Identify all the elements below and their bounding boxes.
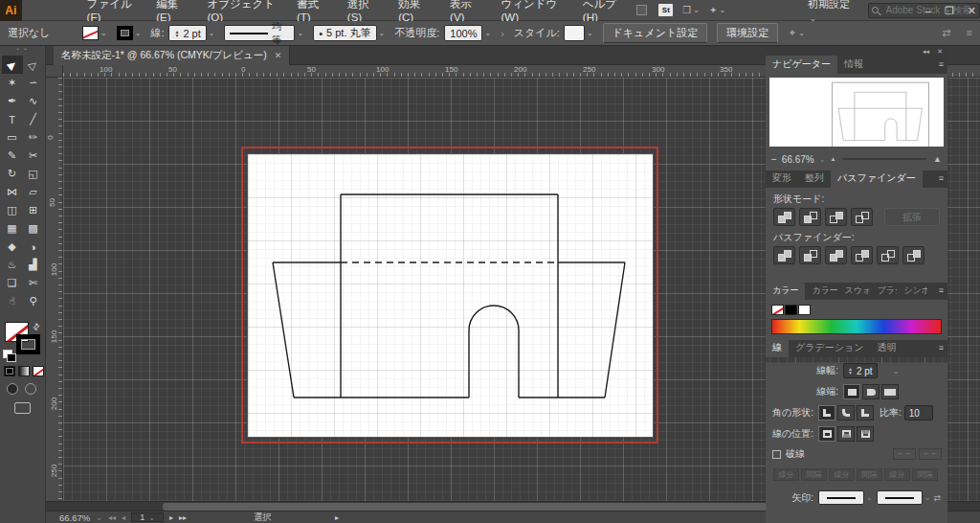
workspace-switcher[interactable]: 初期設定 ⌄ bbox=[808, 0, 854, 23]
stepper-icon[interactable]: ▲▼ bbox=[174, 30, 179, 37]
minimize-button[interactable]: – bbox=[925, 5, 931, 16]
round-cap-button[interactable] bbox=[862, 384, 880, 399]
arrowhead-end-dropdown[interactable] bbox=[877, 490, 923, 505]
chevron-down-icon[interactable]: ⌄ bbox=[798, 29, 805, 37]
minus-back-button[interactable] bbox=[902, 246, 924, 264]
type-tool[interactable]: T bbox=[2, 110, 23, 128]
document-tab[interactable]: 名称未設定-1* @ 66.67% (CMYK/プレビュー) ✕ bbox=[54, 46, 290, 65]
intersect-button[interactable] bbox=[825, 208, 847, 226]
exclude-button[interactable] bbox=[851, 208, 873, 226]
close-button[interactable]: ✕ bbox=[968, 5, 976, 17]
artwork-rectangle[interactable] bbox=[341, 194, 558, 398]
draw-behind-button[interactable] bbox=[25, 383, 36, 395]
navigator-zoom-value[interactable]: 66.67% bbox=[782, 154, 814, 165]
color-spectrum[interactable] bbox=[771, 319, 942, 334]
artwork-trapezoid-solid[interactable] bbox=[273, 262, 625, 398]
pen-tool[interactable]: ✒ bbox=[2, 92, 23, 110]
chevron-down-icon[interactable]: ⌄ bbox=[924, 493, 931, 502]
none-mode-chip[interactable] bbox=[33, 366, 44, 376]
menu-type[interactable]: 書式(T) bbox=[297, 0, 326, 23]
stroke-weight-field[interactable]: ▲▼ 2 pt bbox=[168, 25, 206, 41]
shape-builder-tool[interactable]: ◫ bbox=[2, 201, 23, 219]
column-graph-tool[interactable]: ▟ bbox=[23, 256, 44, 274]
unite-button[interactable] bbox=[773, 208, 795, 226]
butt-cap-button[interactable] bbox=[843, 384, 860, 399]
style-swatch[interactable] bbox=[564, 25, 585, 41]
slice-tool[interactable]: ✄ bbox=[23, 274, 44, 292]
bevel-join-button[interactable] bbox=[857, 405, 874, 421]
tab-transform[interactable]: 変形 bbox=[766, 170, 798, 188]
chevron-down-icon[interactable]: ⌄ bbox=[209, 29, 215, 37]
panel-menu-icon[interactable]: ≡ bbox=[939, 173, 944, 183]
zoom-out-icon[interactable]: − bbox=[771, 154, 777, 165]
opacity-field[interactable]: 100% bbox=[444, 25, 482, 41]
arrange-documents-icon[interactable]: ❒ bbox=[682, 5, 691, 15]
chevron-down-icon[interactable]: ⌄ bbox=[587, 29, 593, 37]
miter-limit-field[interactable]: 10 bbox=[904, 405, 933, 421]
tab-align[interactable]: 整列 bbox=[798, 170, 831, 188]
tab-brushes[interactable]: ブラシ bbox=[870, 283, 897, 300]
navigator-preview[interactable] bbox=[769, 78, 944, 147]
chevron-down-icon[interactable]: ⌄ bbox=[866, 493, 873, 502]
menu-effect[interactable]: 効果(C) bbox=[398, 0, 429, 23]
menu-file[interactable]: ファイル(F) bbox=[87, 0, 136, 23]
rectangle-tool[interactable]: ▭ bbox=[2, 128, 23, 147]
free-transform-tool[interactable]: ▱ bbox=[23, 183, 44, 201]
fill-swatch-none[interactable] bbox=[82, 26, 99, 40]
tab-navigator[interactable]: ナビゲーター bbox=[766, 56, 837, 74]
tab-pathfinder[interactable]: パスファインダー bbox=[831, 170, 923, 188]
prev-artboard-button[interactable]: ◂ bbox=[122, 513, 125, 522]
brush-dropdown[interactable]: • 5 pt. 丸筆 bbox=[313, 25, 376, 41]
screen-mode-button[interactable] bbox=[14, 402, 31, 414]
close-dock-icon[interactable]: ✕ bbox=[937, 48, 943, 56]
stock-icon[interactable]: St bbox=[658, 4, 673, 16]
panel-menu-icon[interactable]: ≡ bbox=[939, 343, 944, 352]
scale-tool[interactable]: ◱ bbox=[23, 165, 44, 183]
selection-tool[interactable]: ▶ bbox=[2, 56, 23, 74]
align-center-button[interactable] bbox=[818, 426, 835, 442]
zoom-tool[interactable]: ⚲ bbox=[23, 292, 44, 310]
align-inside-button[interactable] bbox=[837, 426, 855, 442]
arrowhead-start-dropdown[interactable] bbox=[818, 490, 864, 505]
tab-color-guide[interactable]: カラーガイド bbox=[805, 283, 837, 300]
first-artboard-button[interactable]: ◂◂ bbox=[108, 513, 116, 522]
chevron-down-icon[interactable]: ⌄ bbox=[819, 155, 826, 164]
swap-arrowheads-icon[interactable]: ⇄ bbox=[933, 493, 941, 503]
tab-stroke[interactable]: 線 bbox=[766, 339, 789, 357]
last-artboard-button[interactable]: ▸▸ bbox=[179, 513, 187, 522]
next-artboard-button[interactable]: ▸ bbox=[169, 513, 173, 522]
menu-window[interactable]: ウィンドウ(W) bbox=[501, 0, 561, 23]
minus-front-button[interactable] bbox=[799, 208, 821, 226]
tab-swatches[interactable]: スウォッチ bbox=[837, 283, 870, 300]
symbol-sprayer-tool[interactable]: ♨ bbox=[2, 256, 23, 274]
gradient-mode-chip[interactable] bbox=[18, 366, 30, 376]
rotate-tool[interactable]: ↻ bbox=[2, 165, 23, 183]
swap-panel-icon[interactable]: ⇄ bbox=[942, 27, 950, 39]
chevron-down-icon[interactable]: ⌄ bbox=[135, 29, 142, 37]
scrollbar-thumb[interactable] bbox=[163, 503, 785, 511]
menu-select[interactable]: 選択(S) bbox=[347, 0, 377, 23]
width-tool[interactable]: ⋈ bbox=[2, 183, 23, 201]
pencil-tool[interactable]: ✎ bbox=[2, 147, 23, 165]
panel-menu-icon[interactable]: ≡ bbox=[939, 59, 944, 69]
stepper-icon[interactable]: ▲▼ bbox=[848, 367, 853, 375]
perspective-grid-tool[interactable]: ⊞ bbox=[23, 201, 44, 219]
mesh-tool[interactable]: ▦ bbox=[2, 219, 23, 238]
line-segment-tool[interactable]: ╱ bbox=[23, 110, 44, 128]
ruler-origin[interactable] bbox=[46, 65, 63, 78]
artboard-number-field[interactable]: 1⌄ bbox=[131, 512, 164, 522]
direct-selection-tool[interactable]: ▷ bbox=[23, 56, 44, 74]
stroke-weight-field[interactable]: ▲▼ 2 pt bbox=[843, 363, 878, 378]
menu-view[interactable]: 表示(V) bbox=[450, 0, 479, 23]
paintbrush-tool[interactable]: ✏ bbox=[23, 128, 44, 147]
draw-normal-button[interactable] bbox=[7, 383, 18, 395]
chevron-down-icon[interactable]: ⌄ bbox=[484, 29, 491, 37]
magic-wand-tool[interactable]: ✶ bbox=[2, 74, 23, 92]
share-icon[interactable]: ✦ bbox=[709, 5, 717, 15]
tab-transparency[interactable]: 透明 bbox=[870, 339, 902, 357]
panel-grip[interactable]: • • bbox=[0, 46, 45, 56]
miter-join-button[interactable] bbox=[818, 405, 835, 421]
zoom-slider[interactable] bbox=[842, 158, 926, 160]
hand-tool[interactable]: ☝ bbox=[2, 292, 23, 310]
stroke-black-chip[interactable] bbox=[785, 305, 797, 315]
